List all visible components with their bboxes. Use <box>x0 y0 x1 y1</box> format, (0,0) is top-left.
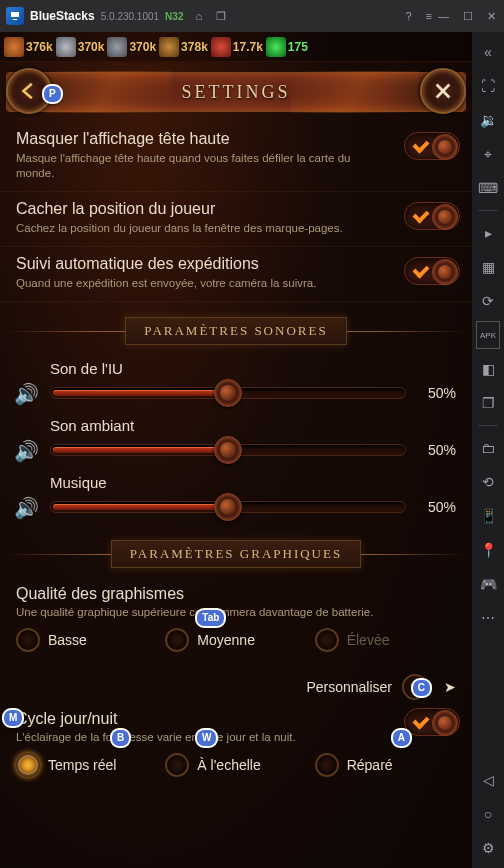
food-icon <box>211 37 231 57</box>
more-icon[interactable]: ⋯ <box>476 604 500 632</box>
collapse-icon[interactable]: « <box>476 38 500 66</box>
setting-desc: Quand une expédition est envoyée, votre … <box>16 276 456 291</box>
resource-stone[interactable]: 370k <box>107 37 156 57</box>
daynight-option-fixed[interactable]: Réparé <box>315 753 456 777</box>
setting-hide-player-pos: Cacher la position du joueur Cachez la p… <box>0 192 472 247</box>
toggle-auto-follow[interactable] <box>404 257 460 285</box>
multi-instance-icon[interactable]: ❐ <box>476 389 500 417</box>
setting-title: Masquer l'affichage tête haute <box>16 130 456 148</box>
slider-ambient-track[interactable] <box>50 444 406 456</box>
gfx-customize-row[interactable]: Personnaliser ➤ C <box>0 660 472 706</box>
slider-knob-icon[interactable] <box>214 436 242 464</box>
screenshot-icon[interactable]: ▦ <box>476 253 500 281</box>
apk-label-icon[interactable]: APK <box>476 321 500 349</box>
settings-title: SETTINGS <box>6 66 466 118</box>
maximize-icon[interactable]: ☐ <box>463 10 473 23</box>
toggle-hide-hud[interactable] <box>404 132 460 160</box>
sync-icon[interactable]: ⟳ <box>476 287 500 315</box>
bluestacks-flag: N32 <box>165 11 183 22</box>
game-controls-icon[interactable]: 🎮 <box>476 570 500 598</box>
section-graphics: PARAMÈTRES GRAPHIQUES <box>6 537 466 571</box>
daynight-title: Cycle jour/nuit <box>16 710 456 728</box>
speaker-icon[interactable]: 🔊 <box>14 496 39 520</box>
gfx-option-medium[interactable]: Moyenne Tab <box>165 628 306 652</box>
resource-bar: 376k 370k 370k 378k 17.7k 175 <box>0 32 472 62</box>
slider-ui-sound-track[interactable] <box>50 387 406 399</box>
copper-icon <box>4 37 24 57</box>
gfx-option-high[interactable]: Élevée <box>315 628 456 652</box>
bluestacks-logo-icon <box>6 7 24 25</box>
slider-label: Son de l'IU <box>50 360 456 377</box>
help-icon[interactable]: ? <box>405 10 411 22</box>
minimize-icon[interactable]: — <box>438 10 449 23</box>
radio-icon <box>315 753 339 777</box>
resource-iron[interactable]: 370k <box>56 37 105 57</box>
toggle-hide-player-pos[interactable] <box>404 202 460 230</box>
home-icon[interactable]: ⌂ <box>195 10 202 23</box>
location-icon[interactable]: 📍 <box>476 536 500 564</box>
wood-icon <box>159 37 179 57</box>
fullscreen-icon[interactable]: ⛶ <box>476 72 500 100</box>
resource-copper[interactable]: 376k <box>4 37 53 57</box>
daynight-option-realtime[interactable]: Temps réel <box>16 753 157 777</box>
key-hint-a: A <box>391 728 412 748</box>
close-button[interactable] <box>420 68 466 114</box>
gfx-quality-title: Qualité des graphismes <box>16 585 456 603</box>
resource-gems[interactable]: 175 <box>266 37 308 57</box>
radio-icon <box>165 753 189 777</box>
slider-knob-icon[interactable] <box>214 493 242 521</box>
toggle-daynight[interactable] <box>404 708 460 736</box>
volume-icon[interactable]: 🔉 <box>476 106 500 134</box>
slider-knob-icon[interactable] <box>214 379 242 407</box>
radio-icon <box>16 628 40 652</box>
slider-music-track[interactable] <box>50 501 406 513</box>
slider-value: 50% <box>420 499 456 515</box>
daynight-option-scaled[interactable]: À l'echelle <box>165 753 306 777</box>
skull-knob-icon <box>432 204 458 230</box>
arrow-right-icon: ➤ <box>444 679 456 695</box>
close-window-icon[interactable]: ✕ <box>487 10 496 23</box>
shake-icon[interactable]: 📱 <box>476 502 500 530</box>
skull-knob-icon <box>432 710 458 736</box>
bluestacks-title: BlueStacks <box>30 9 95 23</box>
gfx-quality: Qualité des graphismes Une qualité graph… <box>0 577 472 660</box>
install-apk-icon[interactable]: ▸ <box>476 219 500 247</box>
back-nav-icon[interactable]: ◁ <box>476 766 500 794</box>
macro-icon[interactable]: ◧ <box>476 355 500 383</box>
lock-cursor-icon[interactable]: ⌖ <box>476 140 500 168</box>
stone-icon <box>107 37 127 57</box>
section-sound: PARAMÈTRES SONORES <box>6 314 466 348</box>
setting-desc: Cachez la position du joueur dans la fen… <box>16 221 456 236</box>
radio-selected-icon <box>16 753 40 777</box>
recents-icon[interactable]: ❐ <box>216 10 226 23</box>
key-hint-tab: Tab <box>195 608 226 628</box>
key-hint-m: M <box>2 708 24 728</box>
slider-label: Son ambiant <box>50 417 456 434</box>
home-nav-icon[interactable]: ○ <box>476 800 500 828</box>
bluestacks-titlebar: BlueStacks 5.0.230.1001 N32 ⌂ ❐ ? ≡ — ☐ … <box>0 0 504 32</box>
setting-auto-follow: Suivi automatique des expéditions Quand … <box>0 247 472 302</box>
resource-wood[interactable]: 378k <box>159 37 208 57</box>
slider-ambient: 🔊 Son ambiant 50% <box>0 411 472 468</box>
speaker-icon[interactable]: 🔊 <box>14 439 39 463</box>
resource-food[interactable]: 17.7k <box>211 37 263 57</box>
gfx-option-low[interactable]: Basse <box>16 628 157 652</box>
radio-icon <box>165 628 189 652</box>
slider-ui-sound: 🔊 Son de l'IU 50% <box>0 354 472 411</box>
bluestacks-version: 5.0.230.1001 <box>101 11 159 22</box>
settings-icon[interactable]: ⚙ <box>476 834 500 862</box>
menu-icon[interactable]: ≡ <box>426 10 432 22</box>
rotate-icon[interactable]: ⟲ <box>476 468 500 496</box>
setting-desc: Masque l'affichage tête haute quand vous… <box>16 151 456 181</box>
settings-header: P SETTINGS <box>6 66 466 118</box>
gfx-customize-label: Personnaliser <box>306 679 392 695</box>
media-folder-icon[interactable]: 🗀 <box>476 434 500 462</box>
setting-title: Suivi automatique des expéditions <box>16 255 456 273</box>
keymap-icon[interactable]: ⌨ <box>476 174 500 202</box>
radio-icon <box>315 628 339 652</box>
key-hint-p: P <box>42 84 63 104</box>
slider-label: Musique <box>50 474 456 491</box>
speaker-icon[interactable]: 🔊 <box>14 382 39 406</box>
gem-icon <box>266 37 286 57</box>
setting-hide-hud: Masquer l'affichage tête haute Masque l'… <box>0 122 472 192</box>
